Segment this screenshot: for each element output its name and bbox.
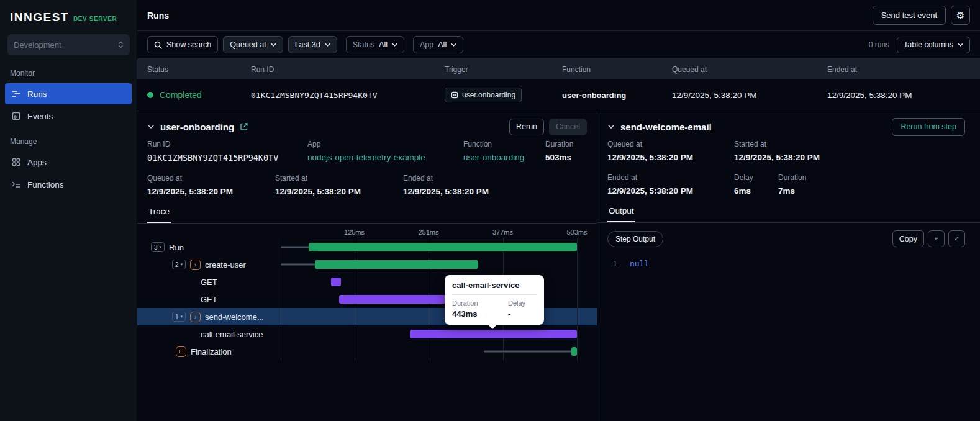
rerun-from-step-button[interactable]: Rerun from step (892, 118, 965, 136)
show-search-button[interactable]: Show search (147, 36, 218, 53)
sidebar-item-functions[interactable]: Functions (5, 174, 132, 195)
column-header-trigger: Trigger (445, 65, 562, 74)
step-actions: Rerun from step (892, 118, 965, 136)
function-link[interactable]: user-onboarding (463, 153, 545, 162)
table-header: Status Run ID Trigger Function Queued at… (137, 59, 980, 79)
trace-bar-lane (281, 343, 577, 360)
collapse-count-badge[interactable]: 1▾ (172, 312, 186, 322)
column-header-queued-at: Queued at (672, 65, 827, 74)
collapse-count-badge[interactable]: 2▾ (172, 260, 186, 269)
run-fields-row2: Queued at 12/9/2025, 5:38:20 PM Started … (137, 174, 597, 196)
dev-server-badge: DEV SERVER (73, 16, 117, 22)
step-tabs: Output (597, 204, 980, 223)
output-code: 1 null (607, 259, 965, 268)
functions-icon (11, 179, 21, 189)
status-filter-label: Status (353, 40, 374, 49)
app-filter-dropdown[interactable]: App All (413, 36, 463, 53)
settings-button[interactable]: ⚙ (951, 6, 970, 25)
span-bar[interactable] (309, 243, 577, 251)
run-status-cell: Completed (147, 90, 251, 100)
trace-step-name: call-email-service (201, 330, 263, 339)
expand-output-button[interactable] (948, 230, 965, 247)
started-at-value: 12/9/2025, 5:38:20 PM (275, 187, 403, 196)
step-started-at-value: 12/9/2025, 5:38:20 PM (734, 153, 820, 162)
collapse-step-button[interactable] (607, 124, 615, 129)
sidebar-item-label: Runs (27, 89, 47, 99)
span-bar[interactable] (571, 347, 577, 356)
step-queued-at-label: Queued at (607, 140, 734, 148)
chevron-down-icon (607, 124, 615, 129)
wrap-lines-button[interactable] (928, 230, 945, 247)
function-cell: user-onboarding (562, 91, 672, 100)
tooltip-caret (488, 325, 497, 329)
trace-row[interactable]: call-email-service (137, 325, 597, 343)
chevron-down-icon (271, 43, 276, 47)
started-at-field: Started at 12/9/2025, 5:38:20 PM (275, 174, 403, 196)
tab-output[interactable]: Output (607, 204, 635, 222)
trace-step-name: Run (169, 243, 184, 252)
queued-at-dropdown[interactable]: Queued at (223, 36, 283, 53)
collapse-run-button[interactable] (147, 124, 155, 129)
tab-trace[interactable]: Trace (147, 204, 171, 223)
function-field: Function user-onboarding (463, 140, 545, 163)
environment-selector[interactable]: Development (7, 34, 130, 55)
trace-step-name: Finalization (191, 347, 232, 356)
trace-waterfall: 125ms251ms377ms503ms 3▾Run2▾›create-user… (137, 224, 597, 421)
trace-row-label: Finalization (137, 346, 281, 357)
tooltip-delay: Delay - (508, 299, 537, 319)
status-filter-value: All (379, 40, 388, 49)
column-header-run-id: Run ID (251, 65, 445, 74)
sidebar: INNGEST DEV SERVER Development Monitor R… (0, 0, 137, 421)
step-panel-title: send-welcome-email (620, 122, 712, 132)
run-actions: Rerun Cancel (509, 119, 587, 135)
step-queued-at-value: 12/9/2025, 5:38:20 PM (607, 153, 734, 162)
tooltip-duration-label: Duration (452, 299, 508, 307)
app-link[interactable]: nodejs-open-telemetry-example (307, 153, 463, 162)
main-area: Runs Send test event ⚙ Show search Queue… (137, 0, 980, 421)
table-row[interactable]: Completed 01KC1ZMSBNY9ZQT415RP94K0TV use… (137, 79, 980, 111)
app-label: App (307, 140, 463, 148)
sidebar-section-monitor: Monitor (0, 59, 137, 83)
apps-icon (11, 157, 21, 167)
queued-at-value: 12/9/2025, 5:38:20 PM (147, 187, 275, 196)
sidebar-item-runs[interactable]: Runs (5, 83, 132, 104)
tooltip-duration-value: 443ms (452, 309, 508, 319)
cancel-button[interactable]: Cancel (549, 119, 587, 135)
span-bar[interactable] (331, 278, 341, 286)
logo-row: INNGEST DEV SERVER (0, 0, 137, 33)
trace-row[interactable]: 3▾Run (137, 238, 597, 256)
step-delay-field: Delay 6ms (734, 173, 778, 196)
ended-at-label: Ended at (403, 174, 489, 183)
sidebar-item-events[interactable]: Events (5, 106, 132, 127)
run-id-label: Run ID (147, 140, 307, 148)
step-panel: send-welcome-email Rerun from step Queue… (597, 111, 980, 421)
table-columns-dropdown[interactable]: Table columns (897, 37, 970, 53)
trigger-badge[interactable]: user.onboarding (445, 88, 522, 102)
runs-icon (11, 89, 21, 99)
send-test-event-button[interactable]: Send test event (873, 6, 946, 25)
time-range-dropdown[interactable]: Last 3d (288, 36, 337, 53)
span-bar[interactable] (410, 330, 577, 338)
ended-at-value: 12/9/2025, 5:38:20 PM (403, 187, 489, 196)
wait-line (281, 264, 316, 266)
run-id-cell: 01KC1ZMSBNY9ZQT415RP94K0TV (251, 91, 445, 100)
trace-row[interactable]: Finalization (137, 343, 597, 360)
step-panel-header: send-welcome-email Rerun from step (597, 111, 980, 135)
external-link-icon[interactable] (240, 122, 248, 131)
queued-at-cell: 12/9/2025, 5:38:20 PM (672, 91, 827, 100)
output-value: null (630, 259, 649, 268)
span-bar[interactable] (315, 260, 478, 269)
copy-button[interactable]: Copy (892, 230, 924, 247)
sidebar-item-apps[interactable]: Apps (5, 152, 132, 173)
collapse-count-badge[interactable]: 3▾ (151, 242, 165, 252)
updown-chevron-icon (118, 41, 124, 48)
trace-step-name: GET (201, 278, 217, 287)
trace-row[interactable]: 2▾›create-user (137, 256, 597, 273)
status-filter-dropdown[interactable]: Status All (346, 36, 404, 53)
app-filter-label: App (420, 40, 433, 49)
tooltip-title: call-email-service (452, 281, 537, 295)
output-actions: Copy (892, 230, 965, 247)
events-icon (11, 111, 21, 121)
rerun-button[interactable]: Rerun (509, 119, 544, 135)
trace-bar-lane (281, 325, 577, 343)
